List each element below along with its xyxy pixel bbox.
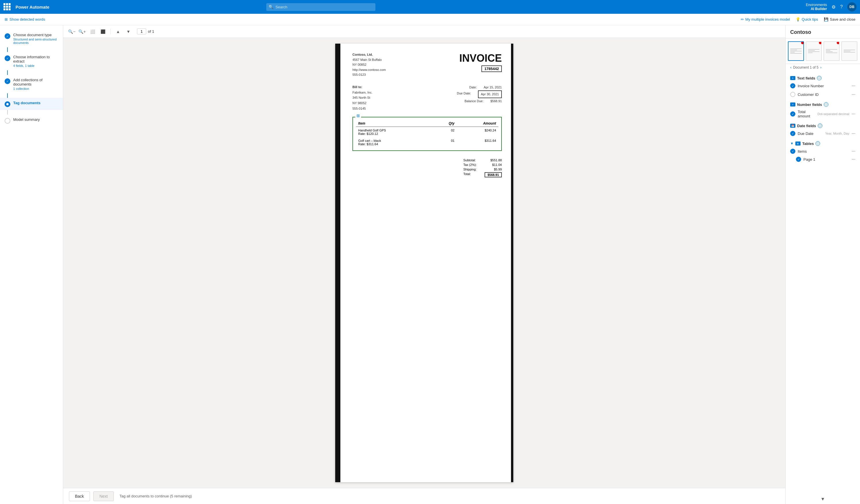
connector-4 xyxy=(7,110,8,115)
sidebar-icon-done-3: ✓ xyxy=(4,78,10,84)
sidebar-sub-3: 1 collection xyxy=(13,87,58,90)
connector-3 xyxy=(7,93,8,98)
search-input[interactable] xyxy=(266,3,375,11)
due-date-row: Due Date: Apr 30, 2021 xyxy=(457,90,502,98)
thumb-lines-4 xyxy=(844,49,855,53)
zoom-in-icon[interactable]: 🔍+ xyxy=(78,28,86,35)
thumb-1[interactable] xyxy=(788,41,804,61)
customer-id-field[interactable]: Customer ID ··· xyxy=(786,90,860,99)
bill-to-info: Bill to: Fabrikam, Inc. 345 North St NY … xyxy=(353,84,373,111)
sidebar-icon-done: ✓ xyxy=(4,33,10,39)
invoice-number-box: 1785442 xyxy=(482,65,502,72)
quick-tips-link[interactable]: 💡 Quick tips xyxy=(796,17,818,21)
main-layout: ✓ Choose document type Structured and se… xyxy=(0,25,860,504)
sidebar-item-text-3: Add collections of documents 1 collectio… xyxy=(13,78,58,90)
customer-name: Fabrikam, Inc. xyxy=(353,91,373,94)
total-amount-field[interactable]: ✓ Total amount Dot-separated decimal ··· xyxy=(786,108,860,120)
sidebar-item-choose-info[interactable]: ✓ Choose information to extract 4 fields… xyxy=(0,52,63,70)
settings-icon[interactable]: ⚙ xyxy=(832,4,835,10)
date-fields-icon: 📅 xyxy=(790,124,796,128)
row2-item: Golf cart – blackRate: $311.64 xyxy=(356,137,432,148)
customer-id-more[interactable]: ··· xyxy=(852,92,856,97)
invoice-dates: Date: Apr 15, 2021 Due Date: Apr 30, 202… xyxy=(457,84,502,111)
date-fields-info-icon[interactable]: ⓘ xyxy=(818,123,822,128)
col-amount: Amount xyxy=(457,120,498,127)
next-button[interactable]: Next xyxy=(94,491,114,501)
due-date-more[interactable]: ··· xyxy=(852,131,856,136)
invoice-table-area: ⊞ Item Qty Amount H xyxy=(353,117,502,151)
tables-toggle-icon[interactable]: ▼ xyxy=(790,142,794,146)
thumb-2[interactable] xyxy=(806,41,822,61)
env-label: Environments xyxy=(806,3,827,7)
due-date-hint: Year, Month, Day xyxy=(825,132,849,135)
document-toolbar: 🔍− 🔍+ ⬜ ⬛ ▲ ▼ of 1 xyxy=(63,25,785,38)
invoice-number-more[interactable]: ··· xyxy=(852,84,856,88)
help-icon[interactable]: ? xyxy=(840,4,843,10)
customer-address: 345 North St xyxy=(353,96,370,99)
model-link[interactable]: ✏ My multiple invoices model xyxy=(741,17,790,21)
items-more[interactable]: ··· xyxy=(852,149,856,153)
sidebar-item-text-2: Choose information to extract 4 fields, … xyxy=(13,55,58,68)
tables-info-icon[interactable]: ⓘ xyxy=(816,141,820,146)
number-fields-info-icon[interactable]: ⓘ xyxy=(824,102,828,107)
page-number-input[interactable] xyxy=(137,28,146,34)
connector-1 xyxy=(7,47,8,52)
items-table-item[interactable]: ✓ Items ··· xyxy=(786,147,860,155)
prev-page-icon[interactable]: ▲ xyxy=(114,28,122,35)
fit-width-icon[interactable]: ⬛ xyxy=(99,28,107,35)
avatar[interactable]: DB xyxy=(847,2,857,12)
right-panel: Contoso xyxy=(785,25,860,504)
number-fields-icon: # xyxy=(790,102,796,106)
total-amount-more[interactable]: ··· xyxy=(852,112,856,116)
invoice-number-field[interactable]: ✓ Invoice Number ··· xyxy=(786,81,860,90)
sidebar-item-choose-doc[interactable]: ✓ Choose document type Structured and se… xyxy=(0,30,63,47)
sidebar-title-5: Model summary xyxy=(13,117,58,122)
table-header-row: Item Qty Amount xyxy=(356,120,498,127)
prev-doc-icon[interactable]: ‹ xyxy=(790,65,791,70)
page1-check: ✓ xyxy=(796,157,801,162)
number-fields-label: Number fields xyxy=(797,102,822,107)
table-row: Golf cart – blackRate: $311.64 01 $311.6… xyxy=(356,137,498,148)
next-page-icon[interactable]: ▼ xyxy=(124,28,132,35)
total-amount-check: ✓ xyxy=(790,112,796,117)
sidebar-icon-pending xyxy=(4,118,10,124)
tables-label: Tables xyxy=(802,142,814,146)
page1-sub-item[interactable]: ✓ Page 1 ··· xyxy=(786,155,860,163)
footer: Back Next Tag all documents to continue … xyxy=(63,488,785,504)
show-words-link[interactable]: ⊞ Show detected words xyxy=(4,17,45,21)
next-doc-icon[interactable]: › xyxy=(820,65,821,70)
fit-page-icon[interactable]: ⬜ xyxy=(88,28,97,35)
page1-more[interactable]: ··· xyxy=(852,157,856,162)
page1-label: Page 1 xyxy=(803,157,849,162)
date-row: Date: Apr 15, 2021 xyxy=(457,84,502,90)
tax-row: Tax (2%): $11.04 xyxy=(463,162,502,167)
center-panel: 🔍− 🔍+ ⬜ ⬛ ▲ ▼ of 1 Con xyxy=(63,25,785,504)
text-fields-info-icon[interactable]: ⓘ xyxy=(817,76,821,80)
sidebar-item-text-4: Tag documents xyxy=(13,101,58,105)
text-fields-icon: ≡ xyxy=(790,76,796,80)
items-check: ✓ xyxy=(790,149,796,154)
thumb-3[interactable] xyxy=(823,41,840,61)
thumb-lines-1 xyxy=(790,48,802,54)
subtotal-label: Subtotal: xyxy=(463,159,476,162)
total-row: Total: $568.91 xyxy=(463,172,502,178)
sidebar-item-model-summary[interactable]: Model summary xyxy=(0,115,63,127)
date-value: Apr 15, 2021 xyxy=(484,84,502,90)
due-date-field[interactable]: ✓ Due Date Year, Month, Day ··· xyxy=(786,129,860,138)
sidebar-item-add-collections[interactable]: ✓ Add collections of documents 1 collect… xyxy=(0,75,63,93)
due-date-label: Due Date: xyxy=(457,90,471,98)
save-close-link[interactable]: 💾 Save and close xyxy=(824,17,856,21)
invoice-title-block: INVOICE 1785442 xyxy=(459,52,502,72)
back-button[interactable]: Back xyxy=(69,491,90,501)
company-info: Contoso, Ltd. 4567 Main St Buffalo NY 00… xyxy=(353,52,386,77)
invoice-number-label: Invoice Number xyxy=(798,84,849,88)
pencil-icon: ✏ xyxy=(741,17,744,21)
top-navigation: Power Automate 🔍 Environments AI Builder… xyxy=(0,0,860,14)
zoom-out-icon[interactable]: 🔍− xyxy=(68,28,76,35)
sidebar-item-tag-docs[interactable]: Tag documents xyxy=(0,98,63,110)
invoice-number-check: ✓ xyxy=(790,83,796,88)
thumb-4[interactable] xyxy=(841,41,857,61)
app-launcher-icon[interactable] xyxy=(3,3,11,11)
thumb-lines-3 xyxy=(826,48,837,54)
sidebar-title-2: Choose information to extract xyxy=(13,55,58,63)
